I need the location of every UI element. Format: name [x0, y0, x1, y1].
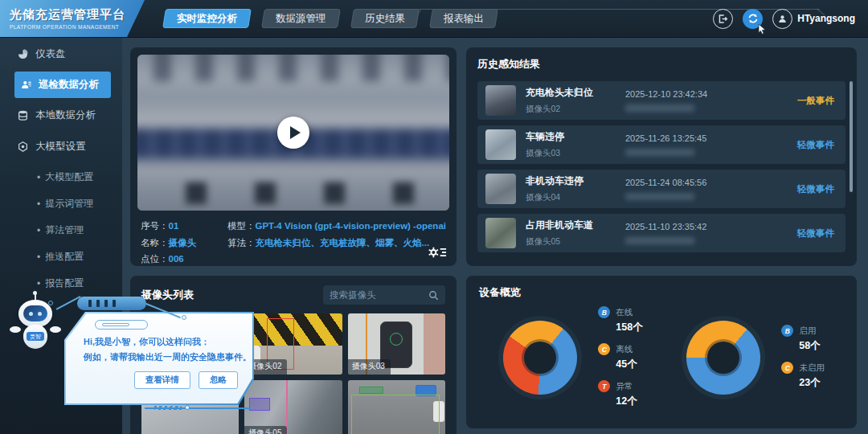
legend-value: 58个 [799, 339, 825, 353]
play-button[interactable] [277, 117, 309, 149]
app-logo: 光储充运营管理平台 PLATFORM OPERATION MANAGEMENT [0, 0, 145, 37]
event-level-badge: 轻微事件 [797, 139, 834, 151]
camera-seq: 序号：01 [141, 218, 227, 235]
sidebar-subitem-algorithm-management[interactable]: 算法管理 [0, 217, 122, 244]
ignore-button[interactable]: 忽略 [199, 371, 238, 389]
refresh-icon[interactable] [743, 9, 763, 29]
tab-realtime-monitor[interactable]: 实时监控分析 [162, 9, 252, 28]
camera-thumbnail[interactable]: 摄像头02 [244, 313, 342, 375]
bubble-top-decoration [77, 297, 146, 310]
tab-report-output[interactable]: 报表输出 [429, 9, 498, 28]
video-settings-icon[interactable] [428, 245, 447, 260]
camera-search-box[interactable] [323, 285, 445, 305]
device-overview-panel: 设备概览 B在线 158个 C离线 [466, 276, 857, 428]
legend-marker-enabled: B [781, 325, 793, 337]
logout-icon[interactable] [713, 9, 733, 29]
event-title: 车辆违停 [526, 130, 616, 144]
camera-thumbnail[interactable]: 摄像头05 [244, 380, 342, 434]
sidebar-subitem-label: 报告配置 [45, 276, 84, 290]
event-row[interactable]: 车辆违停 摄像头03 2025-11-26 13:25:45 轻微事件 [477, 125, 845, 164]
sidebar-item-local-analysis[interactable]: 本地数据分析 [0, 101, 122, 129]
event-thumbnail [485, 218, 516, 248]
legend-label: 启用 [799, 326, 816, 337]
tab-label: 历史结果 [365, 12, 405, 26]
tab-label: 实时监控分析 [177, 12, 237, 26]
history-scrollbar[interactable] [850, 81, 853, 192]
top-header: 光储充运营管理平台 PLATFORM OPERATION MANAGEMENT … [0, 0, 868, 37]
device-overview-title: 设备概览 [479, 285, 844, 300]
play-icon [290, 126, 301, 139]
event-camera: 摄像头03 [526, 148, 616, 159]
camera-label: 摄像头03 [348, 359, 391, 375]
sidebar-item-label: 本地数据分析 [35, 108, 96, 122]
legend-label: 在线 [616, 307, 633, 318]
event-thumbnail [485, 174, 516, 204]
sidebar-subitem-report-config[interactable]: 报告配置 [0, 270, 122, 297]
sidebar-item-dashboard[interactable]: 仪表盘 [0, 40, 122, 68]
sidebar-subitem-label: 提示词管理 [45, 197, 93, 211]
assistant-message-line2: 例如，请帮我输出近一周的安全隐患事件。 [84, 350, 243, 365]
robot-arm [50, 326, 61, 333]
view-details-button[interactable]: 查看详情 [134, 371, 190, 389]
sidebar-item-inspection-analysis[interactable]: 巡检数据分析 [14, 72, 111, 98]
camera-thumbnail[interactable] [348, 380, 445, 434]
legend-value: 12个 [616, 395, 642, 408]
header-actions: HTyangsong [713, 9, 868, 29]
event-row[interactable]: 非机动车违停 摄像头04 2025-11-24 08:45:56 轻微事件 [477, 170, 845, 208]
legend-item: B在线 158个 [598, 306, 642, 334]
device-enable-chart: B启用 58个 C未启用 23个 [682, 316, 825, 399]
device-enable-donut [686, 321, 760, 395]
assistant-message-line1: Hi,我是小智，你可以这样问我： [84, 334, 243, 350]
user-menu[interactable]: HTyangsong [772, 9, 855, 29]
robot-eye [38, 312, 42, 316]
robot-antenna [35, 294, 36, 300]
event-station-redacted [625, 104, 694, 112]
model-settings-icon [18, 141, 28, 152]
sidebar-item-label: 巡检数据分析 [39, 78, 99, 92]
camera-search-input[interactable] [330, 290, 424, 300]
event-datetime: 2025-11-26 13:25:45 [625, 133, 788, 143]
video-player[interactable] [137, 55, 449, 211]
legend-item: C未启用 23个 [781, 362, 825, 390]
legend-item: B启用 58个 [781, 325, 825, 353]
legend-marker-abnormal: T [598, 380, 610, 392]
event-level-badge: 轻微事件 [797, 183, 834, 195]
legend-item: T异常 12个 [598, 380, 642, 408]
event-row[interactable]: 充电枪头未归位 摄像头02 2025-12-10 23:42:34 一般事件 [477, 81, 845, 120]
bubble-circuit-dot [48, 301, 53, 305]
sidebar-item-label: 大模型设置 [35, 140, 86, 154]
app-root: 光储充运营管理平台 PLATFORM OPERATION MANAGEMENT … [0, 0, 868, 434]
bubble-circuit-dot [182, 315, 186, 320]
history-title: 历史感知结果 [477, 57, 845, 72]
live-video-panel: 序号：01 名称：摄像头 点位：006 模型：GPT-4 Vision (gpt… [130, 47, 457, 266]
user-avatar-icon [772, 9, 792, 29]
legend-marker-offline: C [598, 343, 610, 355]
legend-item: C离线 45个 [598, 343, 642, 371]
event-camera: 摄像头05 [526, 236, 616, 248]
donut-backdrop [498, 316, 582, 399]
video-frame-detail [137, 182, 449, 204]
sidebar-item-llm-settings[interactable]: 大模型设置 [0, 133, 122, 161]
event-level-badge: 轻微事件 [797, 227, 834, 240]
event-row[interactable]: 占用非机动车道 摄像头05 2025-11-10 23:35:42 轻微事件 [477, 214, 845, 252]
event-station-redacted [625, 149, 694, 156]
robot-badge: 灵智 [27, 332, 44, 341]
sidebar-subitem-push-config[interactable]: 推送配置 [0, 244, 122, 270]
history-results-panel: 历史感知结果 充电枪头未归位 摄像头02 2025-12-10 23:42:34… [466, 47, 857, 266]
search-icon[interactable] [428, 290, 439, 301]
sidebar-subitem-prompt-management[interactable]: 提示词管理 [0, 190, 122, 217]
camera-name: 名称：摄像头 [141, 235, 227, 252]
sidebar-subitem-llm-config[interactable]: 大模型配置 [0, 164, 122, 190]
camera-label: 摄像头05 [244, 426, 287, 434]
event-camera: 摄像头02 [526, 104, 616, 115]
tab-datasource[interactable]: 数据源管理 [261, 9, 340, 28]
user-data-icon [21, 80, 31, 90]
camera-thumbnail[interactable]: 摄像头03 [348, 313, 445, 375]
bubble-bottom-decoration [145, 406, 251, 409]
camera-list-title: 摄像头列表 [141, 288, 194, 302]
robot-eye [29, 312, 33, 316]
tab-history-results[interactable]: 历史结果 [350, 9, 420, 28]
event-list: 充电枪头未归位 摄像头02 2025-12-10 23:42:34 一般事件 车… [477, 81, 845, 252]
bubble-capsule-decoration [95, 320, 148, 330]
event-thumbnail [485, 85, 516, 116]
